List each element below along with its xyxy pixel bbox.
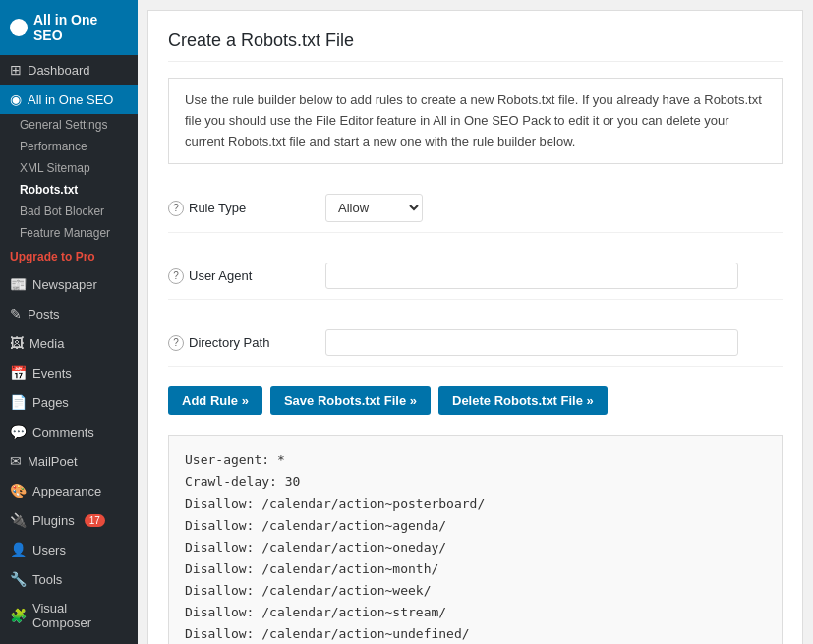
- sidebar-events-label: Events: [32, 366, 72, 381]
- directory-path-row: ? Directory Path: [168, 320, 783, 367]
- plugins-icon: 🔌: [10, 512, 27, 528]
- sidebar-item-plugins[interactable]: 🔌 Plugins 17: [0, 505, 138, 535]
- media-icon: 🖼: [10, 335, 24, 351]
- page-title: Create a Robots.txt File: [168, 30, 783, 62]
- sidebar-mailpoet-label: MailPoet: [28, 454, 78, 469]
- directory-path-label-group: ? Directory Path: [168, 335, 325, 351]
- sidebar-sub-feature-manager[interactable]: Feature Manager: [0, 222, 138, 244]
- user-agent-help-icon[interactable]: ?: [168, 268, 184, 284]
- sidebar-item-events[interactable]: 📅 Events: [0, 358, 138, 387]
- sidebar-visual-composer-label: Visual Composer: [32, 601, 128, 630]
- directory-path-help-icon[interactable]: ?: [168, 335, 184, 351]
- user-agent-row: ? User Agent: [168, 253, 783, 300]
- mailpoet-icon: ✉: [10, 453, 22, 469]
- main-content: Create a Robots.txt File Use the rule bu…: [138, 0, 813, 644]
- robots-preview: User-agent: * Crawl-delay: 30 Disallow: …: [168, 435, 783, 644]
- sidebar-posts-label: Posts: [28, 307, 60, 322]
- upgrade-to-pro-link[interactable]: Upgrade to Pro: [0, 244, 138, 269]
- pages-icon: 📄: [10, 394, 27, 410]
- sidebar-plugins-label: Plugins: [32, 513, 75, 528]
- events-icon: 📅: [10, 365, 27, 381]
- preview-line-3: Disallow: /calendar/action~agenda/: [185, 515, 766, 537]
- posts-icon: ✎: [10, 306, 22, 322]
- sidebar-aioseo-label: All in One SEO: [28, 92, 113, 107]
- rule-type-help-icon[interactable]: ?: [168, 201, 184, 216]
- sidebar-sub-performance[interactable]: Performance: [0, 136, 138, 157]
- sidebar-tools-label: Tools: [32, 572, 62, 587]
- rule-type-label-group: ? Rule Type: [168, 201, 325, 216]
- content-wrap: Create a Robots.txt File Use the rule bu…: [147, 10, 803, 644]
- preview-line-1: Crawl-delay: 30: [185, 471, 766, 493]
- action-buttons: Add Rule » Save Robots.txt File » Delete…: [168, 386, 783, 415]
- sidebar: All in One SEO ⊞ Dashboard ◉ All in One …: [0, 0, 138, 644]
- aioseo-icon: ◉: [10, 91, 22, 107]
- rule-type-select[interactable]: Allow Disallow: [325, 194, 423, 222]
- sidebar-item-comments[interactable]: 💬 Comments: [0, 417, 138, 446]
- logo-icon: [10, 19, 28, 36]
- plugins-badge: 17: [85, 514, 105, 527]
- rule-type-row: ? Rule Type Allow Disallow: [168, 184, 783, 233]
- sidebar-appearance-label: Appearance: [32, 484, 101, 498]
- preview-line-5: Disallow: /calendar/action~month/: [185, 558, 766, 580]
- add-rule-button[interactable]: Add Rule »: [168, 386, 262, 415]
- preview-line-6: Disallow: /calendar/action~week/: [185, 580, 766, 602]
- sidebar-sub-bad-bot-blocker[interactable]: Bad Bot Blocker: [0, 201, 138, 222]
- preview-line-0: User-agent: *: [185, 449, 766, 471]
- sidebar-item-dashboard[interactable]: ⊞ Dashboard: [0, 55, 138, 85]
- preview-line-8: Disallow: /calendar/action~undefined/: [185, 623, 766, 644]
- comments-icon: 💬: [10, 424, 27, 439]
- sidebar-item-settings[interactable]: ⚙ Settings: [0, 637, 138, 644]
- sidebar-sub-general-settings[interactable]: General Settings: [0, 114, 138, 136]
- info-box: Use the rule builder below to add rules …: [168, 78, 783, 164]
- sidebar-logo-label: All in One SEO: [33, 12, 128, 43]
- rule-type-label: Rule Type: [189, 201, 246, 215]
- dashboard-icon: ⊞: [10, 62, 22, 78]
- info-text: Use the rule builder below to add rules …: [185, 92, 762, 148]
- sidebar-sub-xml-sitemap[interactable]: XML Sitemap: [0, 157, 138, 179]
- delete-robots-button[interactable]: Delete Robots.txt File »: [438, 386, 608, 415]
- directory-path-input[interactable]: [325, 329, 738, 356]
- sidebar-media-label: Media: [29, 336, 64, 351]
- visual-composer-icon: 🧩: [10, 608, 27, 623]
- preview-line-4: Disallow: /calendar/action~oneday/: [185, 537, 766, 558]
- user-agent-label-group: ? User Agent: [168, 268, 325, 284]
- sidebar-pages-label: Pages: [32, 395, 69, 410]
- user-agent-label: User Agent: [189, 268, 252, 283]
- sidebar-sub-robots-txt[interactable]: Robots.txt: [0, 179, 138, 201]
- sidebar-dashboard-label: Dashboard: [28, 63, 90, 78]
- tools-icon: 🔧: [10, 571, 27, 587]
- sidebar-newspaper-label: Newspaper: [32, 277, 97, 292]
- sidebar-logo[interactable]: All in One SEO: [0, 0, 138, 55]
- save-robots-button[interactable]: Save Robots.txt File »: [270, 386, 431, 415]
- appearance-icon: 🎨: [10, 483, 27, 498]
- directory-path-label: Directory Path: [189, 335, 269, 350]
- sidebar-comments-label: Comments: [32, 425, 94, 439]
- sidebar-item-tools[interactable]: 🔧 Tools: [0, 564, 138, 594]
- sidebar-item-mailpoet[interactable]: ✉ MailPoet: [0, 446, 138, 476]
- sidebar-item-pages[interactable]: 📄 Pages: [0, 387, 138, 417]
- sidebar-item-users[interactable]: 👤 Users: [0, 535, 138, 564]
- sidebar-item-visual-composer[interactable]: 🧩 Visual Composer: [0, 594, 138, 637]
- sidebar-item-appearance[interactable]: 🎨 Appearance: [0, 476, 138, 505]
- newspaper-icon: 📰: [10, 276, 27, 292]
- sidebar-item-media[interactable]: 🖼 Media: [0, 328, 138, 358]
- users-icon: 👤: [10, 542, 27, 557]
- sidebar-item-posts[interactable]: ✎ Posts: [0, 299, 138, 328]
- user-agent-input[interactable]: [325, 263, 738, 289]
- preview-line-2: Disallow: /calendar/action~posterboard/: [185, 494, 766, 515]
- sidebar-item-aioseo[interactable]: ◉ All in One SEO: [0, 85, 138, 114]
- preview-line-7: Disallow: /calendar/action~stream/: [185, 602, 766, 623]
- sidebar-users-label: Users: [32, 543, 66, 557]
- sidebar-item-newspaper[interactable]: 📰 Newspaper: [0, 269, 138, 299]
